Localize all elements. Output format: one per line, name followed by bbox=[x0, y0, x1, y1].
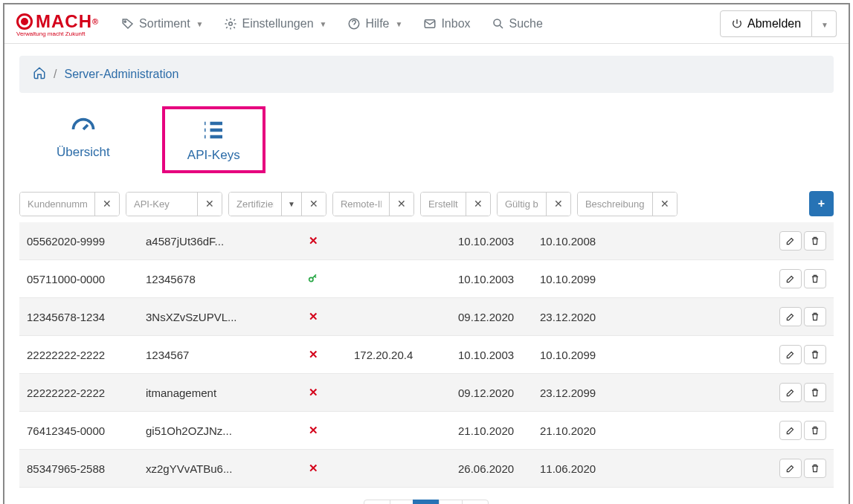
cell-cert: ✕ bbox=[280, 412, 347, 450]
nav-sortiment[interactable]: Sortiment ▼ bbox=[114, 13, 210, 35]
filter-clear[interactable]: ✕ bbox=[546, 193, 570, 216]
delete-button[interactable] bbox=[804, 345, 826, 364]
filter-erstellt-input[interactable] bbox=[421, 193, 466, 216]
list-icon bbox=[199, 117, 228, 143]
cell-cert: ✕ bbox=[280, 222, 347, 260]
top-navbar: MACH® Verwaltung macht Zukunft Sortiment… bbox=[4, 4, 849, 44]
cell-created: 09.12.2020 bbox=[451, 374, 532, 412]
cell-ip bbox=[347, 298, 451, 336]
cell-apikey: itmanagement bbox=[138, 374, 280, 412]
edit-button[interactable] bbox=[779, 345, 802, 364]
page-current[interactable]: 1 bbox=[413, 500, 439, 504]
cell-created: 10.10.2003 bbox=[451, 222, 532, 260]
page-next[interactable]: › bbox=[439, 500, 463, 504]
filter-clear[interactable]: ✕ bbox=[652, 193, 677, 216]
logo-subtitle: Verwaltung macht Zukunft bbox=[16, 30, 99, 37]
cell-cert bbox=[280, 260, 347, 298]
filter-apikey: ✕ bbox=[126, 192, 222, 216]
table-row: 12345678-12343NsXZvSzUPVL...✕09.12.20202… bbox=[19, 298, 834, 336]
cell-ip: 172.20.20.4 bbox=[347, 336, 451, 374]
filter-apikey-input[interactable] bbox=[126, 193, 197, 216]
x-icon: ✕ bbox=[309, 424, 318, 436]
cell-cert: ✕ bbox=[280, 336, 347, 374]
svg-point-0 bbox=[124, 21, 126, 22]
delete-button[interactable] bbox=[804, 269, 826, 288]
tab-overview[interactable]: Übersicht bbox=[34, 106, 132, 173]
mail-icon bbox=[423, 17, 437, 30]
logo-text: MACH bbox=[36, 11, 92, 32]
svg-point-1 bbox=[229, 22, 233, 26]
caret-icon: ▼ bbox=[821, 21, 828, 29]
filter-clear[interactable]: ✕ bbox=[389, 193, 413, 216]
logout-button[interactable]: Abmelden bbox=[720, 10, 812, 37]
power-icon bbox=[731, 18, 743, 30]
nav-einstellungen[interactable]: Einstellungen ▼ bbox=[216, 13, 334, 35]
x-icon: ✕ bbox=[309, 348, 318, 361]
x-icon: ✕ bbox=[309, 386, 318, 398]
cell-valid: 10.10.2099 bbox=[532, 336, 614, 374]
edit-button[interactable] bbox=[779, 421, 802, 440]
delete-button[interactable] bbox=[804, 459, 826, 478]
logout-dropdown[interactable]: ▼ bbox=[812, 10, 837, 37]
table-row: 05562020-9999a4587jUt36dF...✕10.10.20031… bbox=[19, 222, 834, 260]
cell-cert: ✕ bbox=[280, 298, 347, 336]
cell-kundennummer: 05562020-9999 bbox=[19, 222, 138, 260]
add-button[interactable]: + bbox=[809, 191, 834, 216]
page-prev[interactable]: ‹ bbox=[390, 500, 413, 504]
page-last[interactable]: » bbox=[462, 500, 488, 504]
cell-ip bbox=[347, 222, 451, 260]
cell-kundennummer: 22222222-2222 bbox=[19, 336, 138, 374]
nav-suche[interactable]: Suche bbox=[484, 13, 550, 35]
edit-button[interactable] bbox=[779, 459, 802, 478]
cell-ip bbox=[347, 450, 451, 488]
cell-kundennummer: 12345678-1234 bbox=[19, 298, 138, 336]
x-icon: ✕ bbox=[309, 234, 318, 247]
filter-beschreibung-input[interactable] bbox=[578, 193, 652, 216]
cell-valid: 21.10.2020 bbox=[532, 412, 614, 450]
cell-created: 10.10.2003 bbox=[451, 336, 532, 374]
x-icon: ✕ bbox=[309, 462, 318, 474]
search-icon bbox=[492, 17, 505, 30]
filter-remoteip-input[interactable] bbox=[333, 193, 389, 216]
delete-button[interactable] bbox=[804, 383, 826, 402]
delete-button[interactable] bbox=[804, 421, 826, 440]
key-icon bbox=[307, 274, 319, 286]
tag-icon bbox=[121, 17, 135, 30]
cell-valid: 23.12.2099 bbox=[532, 374, 614, 412]
nav-inbox[interactable]: Inbox bbox=[416, 13, 477, 35]
filter-clear[interactable]: ✕ bbox=[197, 193, 222, 216]
filter-gueltig: ✕ bbox=[497, 192, 571, 216]
filter-clear[interactable]: ✕ bbox=[94, 193, 119, 216]
breadcrumb-current[interactable]: Server-Administration bbox=[64, 68, 178, 81]
edit-button[interactable] bbox=[779, 269, 802, 288]
cell-apikey: 3NsXZvSzUPVL... bbox=[138, 298, 280, 336]
svg-point-5 bbox=[309, 277, 313, 281]
table-row: 22222222-2222itmanagement✕09.12.202023.1… bbox=[19, 374, 834, 412]
caret-icon: ▼ bbox=[196, 20, 204, 28]
cell-desc bbox=[614, 260, 770, 298]
filter-zertifiziert-input[interactable] bbox=[229, 193, 281, 216]
edit-button[interactable] bbox=[779, 307, 802, 326]
edit-button[interactable] bbox=[779, 383, 802, 402]
page-first[interactable]: « bbox=[364, 500, 390, 504]
filter-dropdown[interactable]: ▼ bbox=[281, 193, 301, 216]
filter-remoteip: ✕ bbox=[332, 192, 414, 216]
caret-icon: ▼ bbox=[320, 20, 327, 28]
cell-desc bbox=[614, 412, 770, 450]
delete-button[interactable] bbox=[804, 231, 826, 251]
filter-zertifiziert: ▼ ✕ bbox=[228, 192, 326, 216]
filter-clear[interactable]: ✕ bbox=[301, 193, 326, 216]
tab-apikeys[interactable]: API-Keys bbox=[162, 106, 265, 173]
nav-hilfe[interactable]: Hilfe ▼ bbox=[340, 13, 410, 35]
filter-gueltig-input[interactable] bbox=[498, 193, 546, 216]
breadcrumb-home[interactable] bbox=[33, 66, 46, 83]
gear-icon bbox=[224, 17, 237, 30]
filter-kundennummer-input[interactable] bbox=[20, 193, 94, 216]
delete-button[interactable] bbox=[804, 307, 826, 326]
logo[interactable]: MACH® Verwaltung macht Zukunft bbox=[16, 11, 99, 37]
filter-clear[interactable]: ✕ bbox=[466, 193, 490, 216]
cell-apikey: 1234567 bbox=[138, 336, 280, 374]
edit-button[interactable] bbox=[779, 231, 802, 251]
cell-ip bbox=[347, 260, 451, 298]
pagination: « ‹ 1 › » bbox=[4, 488, 849, 504]
